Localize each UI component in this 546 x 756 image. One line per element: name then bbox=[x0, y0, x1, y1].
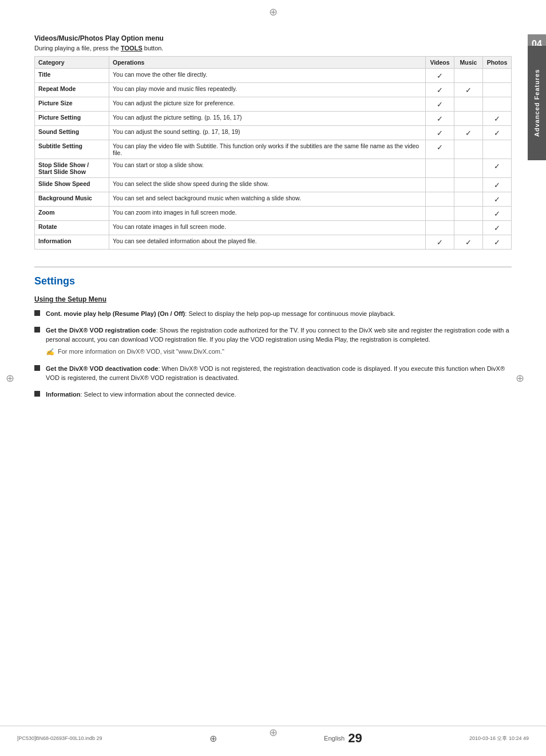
bullet-icon bbox=[34, 310, 40, 316]
table-cell-videos: ✓ bbox=[426, 83, 454, 97]
table-cell-videos bbox=[426, 178, 454, 192]
tools-keyword: TOOLS bbox=[121, 45, 143, 52]
page-container: ⊕ ⊕ ⊕ 04 Advanced Features Videos/Music/… bbox=[0, 0, 546, 756]
table-row: InformationYou can see detailed informat… bbox=[35, 235, 512, 250]
chapter-tab-label: Advanced Features bbox=[533, 69, 540, 137]
table-cell-category: Sound Setting bbox=[35, 126, 109, 140]
bullet-term: Information bbox=[46, 391, 81, 398]
header-videos: Videos bbox=[426, 57, 454, 69]
table-row: TitleYou can move the other file directl… bbox=[35, 69, 512, 83]
table-cell-photos: ✓ bbox=[483, 235, 512, 250]
bullet-term: Get the DivX® VOD registration code bbox=[46, 327, 156, 334]
bottom-crosshair: ⊕ bbox=[269, 726, 278, 739]
table-cell-photos: ✓ bbox=[483, 178, 512, 192]
table-cell-photos bbox=[483, 69, 512, 83]
table-cell-operations: You can rotate images in full screen mod… bbox=[109, 221, 426, 235]
bullet-icon bbox=[34, 365, 40, 371]
checkmark-icon: ✓ bbox=[437, 238, 443, 247]
bullet-description: : Select to display the help pop-up mess… bbox=[185, 310, 395, 317]
table-cell-music bbox=[454, 112, 483, 126]
table-cell-category: Title bbox=[35, 69, 109, 83]
list-item: Information: Select to view information … bbox=[34, 390, 512, 399]
table-cell-photos bbox=[483, 97, 512, 112]
table-cell-videos: ✓ bbox=[426, 112, 454, 126]
table-cell-category: Subtitle Setting bbox=[35, 140, 109, 159]
table-cell-operations: You can set and select background music … bbox=[109, 192, 426, 207]
checkmark-icon: ✓ bbox=[437, 72, 443, 80]
table-cell-photos: ✓ bbox=[483, 112, 512, 126]
checkmark-icon: ✓ bbox=[494, 114, 500, 123]
bullet-icon bbox=[34, 391, 40, 397]
bullet-text: Get the DivX® VOD registration code: Sho… bbox=[46, 326, 512, 357]
subtitle-suffix: button. bbox=[143, 45, 164, 52]
table-cell-videos: ✓ bbox=[426, 69, 454, 83]
subtitle-prefix: During playing a file, press the bbox=[34, 45, 121, 52]
footer-left: [PC530]BN68-02693F-00L10.indb 29 bbox=[17, 735, 102, 741]
bullet-description: : Select to view information about the c… bbox=[81, 391, 236, 398]
note-line: ✍For more information on DivX® VOD, visi… bbox=[46, 347, 512, 357]
language-label: English bbox=[324, 735, 345, 742]
table-cell-music bbox=[454, 207, 483, 221]
table-cell-music: ✓ bbox=[454, 126, 483, 140]
table-cell-operations: You can adjust the picture size for pref… bbox=[109, 97, 426, 112]
checkmark-icon: ✓ bbox=[494, 238, 500, 247]
list-item: Cont. movie play help (Resume Play) (On … bbox=[34, 309, 512, 319]
table-cell-category: Picture Setting bbox=[35, 112, 109, 126]
table-row: Subtitle SettingYou can play the video f… bbox=[35, 140, 512, 159]
table-cell-music bbox=[454, 159, 483, 178]
settings-heading: Settings bbox=[34, 275, 512, 287]
note-icon: ✍ bbox=[46, 347, 54, 357]
footer-right: 2010-03-16 오후 10:24 49 bbox=[469, 735, 529, 742]
checkmark-icon: ✓ bbox=[494, 162, 500, 171]
table-cell-operations: You can select the slide show speed duri… bbox=[109, 178, 426, 192]
checkmark-icon: ✓ bbox=[437, 86, 443, 94]
checkmark-icon: ✓ bbox=[465, 129, 472, 137]
table-cell-videos: ✓ bbox=[426, 235, 454, 250]
table-cell-photos: ✓ bbox=[483, 192, 512, 207]
subsection-title: Using the Setup Menu bbox=[34, 295, 512, 303]
checkmark-icon: ✓ bbox=[465, 86, 472, 94]
checkmark-icon: ✓ bbox=[437, 143, 443, 152]
table-cell-music bbox=[454, 97, 483, 112]
footer-circle-icon: ⊕ bbox=[209, 733, 217, 744]
table-row: Background MusicYou can set and select b… bbox=[35, 192, 512, 207]
bullet-text: Get the DivX® VOD deactivation code: Whe… bbox=[46, 364, 512, 383]
header-operations: Operations bbox=[109, 57, 426, 69]
table-cell-videos: ✓ bbox=[426, 126, 454, 140]
table-row: Picture SizeYou can adjust the picture s… bbox=[35, 97, 512, 112]
table-row: Sound SettingYou can adjust the sound se… bbox=[35, 126, 512, 140]
table-cell-category: Background Music bbox=[35, 192, 109, 207]
bullet-term: Cont. movie play help (Resume Play) (On … bbox=[46, 310, 185, 317]
checkmark-icon: ✓ bbox=[494, 181, 500, 189]
table-cell-music: ✓ bbox=[454, 235, 483, 250]
checkmark-icon: ✓ bbox=[494, 224, 500, 232]
table-cell-videos: ✓ bbox=[426, 97, 454, 112]
table-cell-music bbox=[454, 221, 483, 235]
header-category: Category bbox=[35, 57, 109, 69]
table-cell-photos: ✓ bbox=[483, 207, 512, 221]
checkmark-icon: ✓ bbox=[494, 209, 500, 218]
table-cell-videos: ✓ bbox=[426, 140, 454, 159]
table-cell-category: Slide Show Speed bbox=[35, 178, 109, 192]
header-photos: Photos bbox=[483, 57, 512, 69]
table-row: Picture SettingYou can adjust the pictur… bbox=[35, 112, 512, 126]
left-crosshair: ⊕ bbox=[6, 372, 14, 385]
note-text: For more information on DivX® VOD, visit… bbox=[58, 347, 224, 357]
table-cell-operations: You can adjust the picture setting. (p. … bbox=[109, 112, 426, 126]
table-cell-operations: You can zoom into images in full screen … bbox=[109, 207, 426, 221]
bullet-text: Cont. movie play help (Resume Play) (On … bbox=[46, 309, 512, 319]
list-item: Get the DivX® VOD deactivation code: Whe… bbox=[34, 364, 512, 383]
chapter-tab: Advanced Features bbox=[528, 46, 546, 160]
checkmark-icon: ✓ bbox=[494, 195, 500, 204]
table-cell-category: Rotate bbox=[35, 221, 109, 235]
table-row: ZoomYou can zoom into images in full scr… bbox=[35, 207, 512, 221]
settings-section: Settings Using the Setup Menu Cont. movi… bbox=[34, 267, 512, 399]
table-cell-music bbox=[454, 140, 483, 159]
table-cell-music bbox=[454, 192, 483, 207]
table-cell-videos bbox=[426, 221, 454, 235]
table-cell-operations: You can see detailed information about t… bbox=[109, 235, 426, 250]
table-cell-category: Picture Size bbox=[35, 97, 109, 112]
table-cell-operations: You can play movie and music files repea… bbox=[109, 83, 426, 97]
table-cell-photos: ✓ bbox=[483, 159, 512, 178]
table-cell-music bbox=[454, 178, 483, 192]
